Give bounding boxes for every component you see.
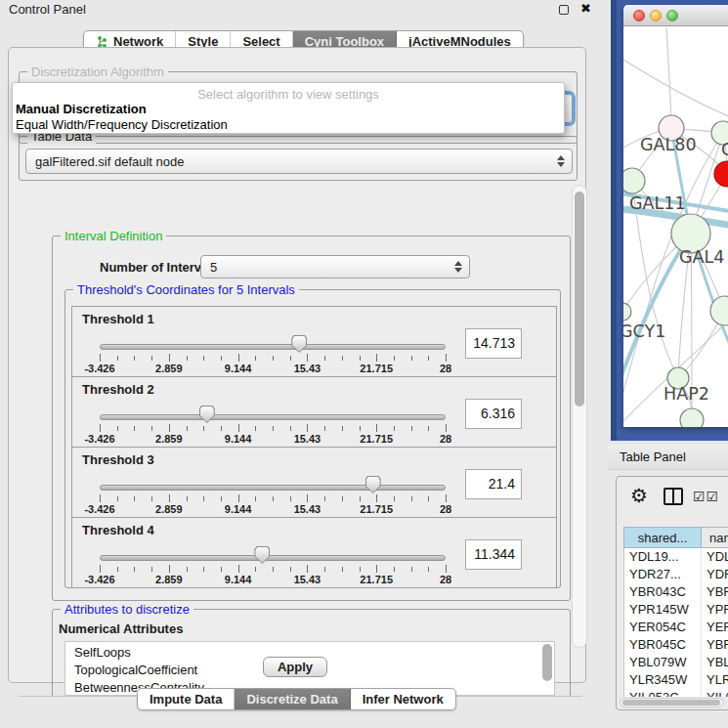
threshold-label: Threshold 2 — [82, 382, 154, 397]
table-panel-title: Table Panel — [608, 445, 728, 470]
threshold-value-field[interactable]: 14.713 — [465, 328, 522, 359]
threshold-label: Threshold 3 — [82, 452, 154, 467]
group-title-attributes: Attributes to discretize — [61, 602, 193, 617]
interval-definition-group: Interval Definition Number of Intervals … — [52, 236, 571, 601]
node-bottom[interactable] — [680, 408, 704, 427]
table-header-row: shared... name — [623, 527, 728, 548]
slider-tick-labels: -3.4262.8599.14415.4321.71528 — [72, 574, 556, 587]
table-row[interactable]: YIL053CYIL0 — [624, 689, 728, 697]
threshold-slider-thumb[interactable] — [254, 546, 270, 564]
list-item[interactable]: SelfLoops — [74, 645, 131, 663]
table-row[interactable]: YDR27...YDR2 — [624, 566, 728, 583]
node-label: GAL4 — [679, 247, 724, 267]
slider-tick-labels: -3.4262.8599.14415.4321.71528 — [72, 363, 556, 376]
network-window: GAL80 GA C GAL11 GAL4 GCY1 H HAP2 — [623, 5, 728, 427]
algorithm-dropdown-popup: Select algorithm to view settings Manual… — [12, 82, 565, 134]
threshold-slider-track[interactable] — [100, 344, 446, 350]
network-view-region: GAL80 GA C GAL11 GAL4 GCY1 H HAP2 — [611, 0, 728, 441]
stepper-icon — [557, 155, 565, 167]
panel-scrollbar-thumb[interactable] — [575, 192, 584, 407]
dropdown-option-equal-width[interactable]: Equal Width/Frequency Discretization — [16, 117, 228, 132]
table-panel-toolbar: ⚙ ☑☑ — [617, 477, 728, 524]
table-row[interactable]: YBL079WYBL0 — [624, 654, 728, 671]
threshold-slider-thumb[interactable] — [291, 335, 307, 353]
threshold-value-field[interactable]: 11.344 — [465, 539, 522, 570]
minimize-traffic-light-icon[interactable] — [650, 10, 662, 21]
attributes-group: Attributes to discretize Numerical Attri… — [52, 609, 571, 697]
group-title-interval-definition: Interval Definition — [61, 230, 166, 243]
tab-infer-network[interactable]: Infer Network — [351, 689, 455, 709]
table-horizontal-scrollbar-thumb[interactable] — [622, 700, 720, 706]
threshold-slider-track[interactable] — [100, 485, 446, 491]
threshold-slider-thumb[interactable] — [365, 476, 381, 493]
table-body: YDL19...YDL1 YDR27...YDR2 YBR043CYBR0 YP… — [623, 548, 728, 697]
list-item[interactable]: TopologicalCoefficient — [74, 663, 197, 680]
network-nodes[interactable] — [623, 115, 728, 427]
tab-discretize-data[interactable]: Discretize Data — [235, 689, 350, 709]
group-title-discretization-algorithm: Discretization Algorithm — [27, 64, 168, 79]
node-label: GCY1 — [623, 321, 665, 341]
num-intervals-combobox[interactable]: 5 — [200, 255, 470, 278]
threshold-value-field[interactable]: 21.4 — [465, 469, 522, 499]
tab-impute-data[interactable]: Impute Data — [138, 689, 235, 709]
slider-tick-labels: -3.4262.8599.14415.4321.71528 — [72, 503, 556, 517]
node-table: shared... name YDL19...YDL1 YDR27...YDR2… — [623, 527, 728, 697]
table-row[interactable]: YER054CYER0 — [624, 619, 728, 636]
network-window-titlebar — [623, 5, 728, 26]
num-intervals-value: 5 — [210, 260, 217, 275]
table-row[interactable]: YBR043CYBR0 — [624, 583, 728, 601]
node-label: GA — [721, 140, 728, 159]
close-icon[interactable]: ✖ — [580, 1, 591, 16]
table-row[interactable]: YBR045CYBR0 — [624, 636, 728, 654]
column-header-name[interactable]: name — [702, 527, 728, 548]
threshold-label: Threshold 4 — [82, 523, 154, 537]
screen: Control Panel ✖ Network Style Select Cyn… — [0, 0, 728, 728]
panel-title: Control Panel — [9, 2, 86, 17]
settings-scroll-area: Interval Definition Number of Intervals … — [19, 230, 582, 697]
list-scrollbar[interactable] — [542, 644, 552, 695]
node-gal11[interactable] — [623, 168, 645, 193]
node-red-selected[interactable] — [714, 161, 728, 187]
threshold-panel-4: Threshold 4 -3.4262.8599.14415.4321.7152… — [71, 517, 557, 588]
gear-icon[interactable]: ⚙ — [630, 484, 648, 507]
apply-button[interactable]: Apply — [263, 657, 327, 677]
table-row[interactable]: YDL19...YDL1 — [624, 548, 728, 566]
group-title-thresholds: Threshold's Coordinates for 5 Intervals — [73, 282, 299, 297]
network-canvas[interactable]: GAL80 GA C GAL11 GAL4 GCY1 H HAP2 — [623, 27, 728, 427]
threshold-value-field[interactable]: 6.316 — [465, 399, 522, 429]
table-row[interactable]: YPR145WYPR1 — [624, 601, 728, 619]
node-label: GAL11 — [629, 193, 686, 213]
cyni-mode-tabs: Impute Data Discretize Data Infer Networ… — [137, 688, 456, 710]
node-label: HAP2 — [664, 384, 709, 404]
table-horizontal-scrollbar[interactable] — [620, 698, 724, 707]
table-data-combobox[interactable]: galFiltered.sif default node — [25, 149, 573, 174]
zoom-traffic-light-icon[interactable] — [666, 10, 678, 21]
checkbox-icons[interactable]: ☑☑ — [693, 489, 719, 504]
threshold-slider-thumb[interactable] — [199, 406, 215, 423]
dropdown-option-manual[interactable]: Manual Discretization — [16, 102, 147, 116]
cyni-toolbox-panel: Discretization Algorithm Table Data galF… — [8, 47, 586, 683]
node-label: GAL80 — [640, 135, 697, 154]
threshold-slider-track[interactable] — [100, 555, 446, 561]
table-panel: ⚙ ☑☑ shared... name YDL19...YDL1 YDR27..… — [616, 476, 728, 710]
close-traffic-light-icon[interactable] — [633, 10, 645, 21]
threshold-panel-1: Threshold 1 -3.4262.8599.14415.4321.7152… — [71, 306, 557, 377]
threshold-panel-3: Threshold 3 -3.4262.8599.14415.4321.7152… — [71, 447, 557, 518]
slider-tick-labels: -3.4262.8599.14415.4321.71528 — [72, 433, 556, 447]
numerical-attributes-label: Numerical Attributes — [59, 621, 183, 636]
column-header-shared-name[interactable]: shared... — [623, 527, 702, 548]
node-gcy1[interactable] — [623, 303, 631, 321]
table-data-value: galFiltered.sif default node — [35, 154, 184, 169]
threshold-slider-track[interactable] — [100, 414, 446, 420]
threshold-panel-2: Threshold 2 -3.4262.8599.14415.4321.7152… — [71, 376, 557, 448]
split-columns-icon[interactable] — [664, 488, 683, 505]
dropdown-hint: Select algorithm to view settings — [13, 87, 564, 102]
table-row[interactable]: YLR345WYLR3 — [624, 671, 728, 689]
table-data-group: Table Data galFiltered.sif default node — [19, 136, 578, 181]
float-window-icon[interactable] — [559, 5, 569, 15]
threshold-label: Threshold 1 — [82, 312, 154, 326]
stepper-icon — [454, 261, 462, 273]
panel-scrollbar[interactable] — [572, 185, 587, 648]
thresholds-group: Threshold's Coordinates for 5 Intervals … — [64, 289, 561, 588]
